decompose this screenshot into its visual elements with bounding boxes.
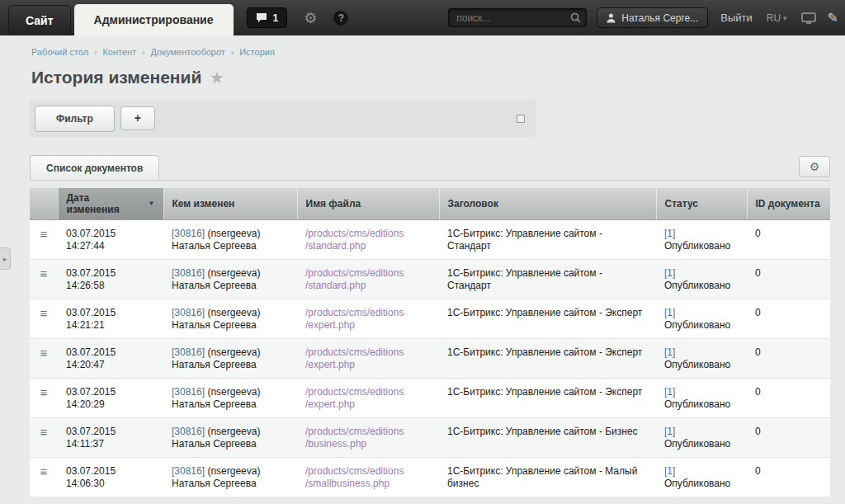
column-header-date[interactable]: Дата изменения ▼ <box>58 188 163 219</box>
table-row[interactable]: ≡ 03.07.2015 14:06:30 [30816] (nsergeeva… <box>30 457 830 497</box>
file-path-link[interactable]: /products/cms/editions <box>305 386 431 398</box>
row-menu-icon[interactable]: ≡ <box>40 346 48 360</box>
file-name-link[interactable]: /expert.php <box>305 319 431 332</box>
favorite-star-icon[interactable]: ★ <box>210 69 223 87</box>
user-id-link[interactable]: [30816] <box>172 267 205 279</box>
status-id-link[interactable]: [1] <box>664 228 675 239</box>
breadcrumb-item[interactable]: Документооборот <box>151 47 225 57</box>
breadcrumb-item[interactable]: Рабочий стол <box>31 47 88 57</box>
tab-site[interactable]: Сайт <box>8 5 71 35</box>
user-id-link[interactable]: [30816] <box>172 228 205 239</box>
table-row[interactable]: ≡ 03.07.2015 14:27:44 [30816] (nsergeeva… <box>30 219 830 259</box>
status-text: Опубликовано <box>664 438 730 450</box>
filename-cell: /products/cms/editions /business.php <box>297 417 439 457</box>
file-name-link[interactable]: /standard.php <box>305 280 431 292</box>
row-menu-icon[interactable]: ≡ <box>40 266 48 280</box>
help-icon[interactable]: ? <box>333 11 348 26</box>
table-row[interactable]: ≡ 03.07.2015 14:20:29 [30816] (nsergeeva… <box>30 378 830 417</box>
breadcrumb-item[interactable]: История <box>239 47 275 57</box>
column-header-status[interactable]: Статус <box>656 188 747 219</box>
time-value: 14:11:37 <box>66 438 155 450</box>
file-name-link[interactable]: /expert.php <box>305 398 431 411</box>
table-header-row: Дата изменения ▼ Кем изменен Имя файла З… <box>30 188 830 219</box>
file-path-link[interactable]: /products/cms/editions <box>305 426 431 438</box>
tab-document-list[interactable]: Список документов <box>30 155 159 180</box>
table-row[interactable]: ≡ 03.07.2015 14:11:37 [30816] (nsergeeva… <box>30 417 830 457</box>
add-filter-field-button[interactable]: + <box>120 106 155 130</box>
status-id-link[interactable]: [1] <box>664 465 675 477</box>
filter-button[interactable]: Фильтр <box>35 106 115 132</box>
modified-by-cell: [30816] (nsergeeva) Наталья Сергеева <box>163 259 297 299</box>
language-selector[interactable]: RU ▾ <box>767 12 787 24</box>
table-row[interactable]: ≡ 03.07.2015 14:26:58 [30816] (nsergeeva… <box>30 259 830 299</box>
table-row[interactable]: ≡ 03.07.2015 14:20:47 [30816] (nsergeeva… <box>30 338 830 378</box>
file-path-link[interactable]: /products/cms/editions <box>305 307 431 319</box>
file-path-link[interactable]: /products/cms/editions <box>305 465 431 478</box>
monitor-icon[interactable] <box>801 12 816 24</box>
filter-expand-icon[interactable] <box>517 115 525 123</box>
chevron-down-icon: ▾ <box>783 14 787 22</box>
status-id-link[interactable]: [1] <box>664 346 675 358</box>
row-menu-icon[interactable]: ≡ <box>40 227 48 241</box>
column-header-filename[interactable]: Имя файла <box>297 188 439 219</box>
file-name-link[interactable]: /business.php <box>305 438 431 450</box>
column-header-doc-id[interactable]: ID документа <box>747 188 830 219</box>
notifications-button[interactable]: 1 <box>247 7 288 28</box>
row-menu-icon[interactable]: ≡ <box>40 385 48 399</box>
date-value: 03.07.2015 <box>66 465 155 478</box>
column-header-modified-by[interactable]: Кем изменен <box>163 188 297 219</box>
sidebar-expander[interactable]: ▸ <box>0 247 11 270</box>
doc-id-cell: 0 <box>747 259 830 299</box>
settings-gear-icon[interactable]: ⚙ <box>304 11 317 26</box>
search-input[interactable] <box>448 8 587 27</box>
status-id-link[interactable]: [1] <box>664 386 675 398</box>
status-text: Опубликовано <box>664 359 730 370</box>
row-menu-icon[interactable]: ≡ <box>40 425 48 439</box>
search-box <box>448 8 587 27</box>
breadcrumb-item[interactable]: Контент <box>102 47 136 57</box>
modified-by-cell: [30816] (nsergeeva) Наталья Сергеева <box>163 338 297 378</box>
user-login: (nsergeeva) <box>207 267 260 279</box>
edit-pencil-icon[interactable]: ✎ <box>828 10 838 26</box>
time-value: 14:26:58 <box>66 280 155 292</box>
grid-settings-button[interactable]: ⚙ <box>799 156 830 177</box>
modified-by-cell: [30816] (nsergeeva) Наталья Сергеева <box>163 219 297 259</box>
document-title-cell: 1С-Битрикс: Управление сайтом - Бизнес <box>439 417 656 457</box>
file-name-link[interactable]: /smallbusiness.php <box>305 478 431 490</box>
sort-desc-icon: ▼ <box>149 200 155 207</box>
status-cell: [1] Опубликовано <box>656 417 747 457</box>
date-cell: 03.07.2015 14:06:30 <box>58 457 163 497</box>
status-id-link[interactable]: [1] <box>664 267 675 279</box>
row-menu-cell: ≡ <box>30 259 58 299</box>
row-menu-icon[interactable]: ≡ <box>40 464 48 478</box>
file-name-link[interactable]: /expert.php <box>305 359 431 371</box>
tab-administration[interactable]: Администрирование <box>74 4 234 35</box>
user-id-link[interactable]: [30816] <box>172 346 205 358</box>
table-row[interactable]: ≡ 03.07.2015 14:21:21 [30816] (nsergeeva… <box>30 299 830 338</box>
user-icon <box>607 13 616 23</box>
row-menu-cell: ≡ <box>30 457 58 497</box>
status-id-link[interactable]: [1] <box>664 426 675 437</box>
row-menu-cell: ≡ <box>30 299 58 338</box>
time-value: 14:20:47 <box>66 359 155 371</box>
date-cell: 03.07.2015 14:26:58 <box>58 259 163 299</box>
date-value: 03.07.2015 <box>66 307 155 319</box>
user-id-link[interactable]: [30816] <box>172 307 205 318</box>
file-path-link[interactable]: /products/cms/editions <box>305 228 431 240</box>
file-path-link[interactable]: /products/cms/editions <box>305 267 431 280</box>
logout-link[interactable]: Выйти <box>720 12 753 24</box>
user-id-link[interactable]: [30816] <box>172 386 205 398</box>
user-name: Наталья Серге... <box>621 12 698 24</box>
file-path-link[interactable]: /products/cms/editions <box>305 346 431 359</box>
user-button[interactable]: Наталья Серге... <box>597 7 708 28</box>
document-title-cell: 1С-Битрикс: Управление сайтом - Эксперт <box>439 378 656 417</box>
user-login: (nsergeeva) <box>207 346 260 358</box>
column-header-title[interactable]: Заголовок <box>439 188 656 219</box>
search-icon[interactable] <box>570 12 581 23</box>
user-id-link[interactable]: [30816] <box>172 465 205 477</box>
file-name-link[interactable]: /standard.php <box>305 240 431 252</box>
row-menu-icon[interactable]: ≡ <box>40 306 48 320</box>
status-id-link[interactable]: [1] <box>664 307 675 318</box>
user-fullname: Наталья Сергеева <box>172 478 289 490</box>
user-id-link[interactable]: [30816] <box>172 426 205 437</box>
